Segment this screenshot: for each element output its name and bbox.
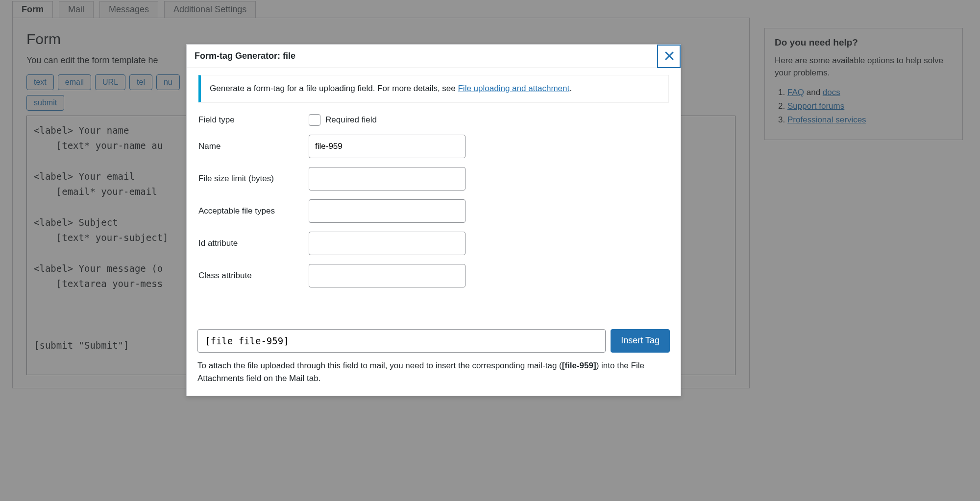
label-class-attr: Class attribute xyxy=(198,271,309,281)
label-id-attr: Id attribute xyxy=(198,239,309,248)
size-limit-input[interactable] xyxy=(309,167,466,191)
label-required-field: Required field xyxy=(325,115,377,125)
modal-close-button[interactable] xyxy=(657,45,681,68)
label-size-limit: File size limit (bytes) xyxy=(198,174,309,184)
generated-tag-output[interactable] xyxy=(197,329,606,353)
name-input[interactable] xyxy=(309,135,466,158)
modal-title: Form-tag Generator: file xyxy=(195,51,295,61)
insert-tag-button[interactable]: Insert Tag xyxy=(611,329,670,353)
footer-note: To attach the file uploaded through this… xyxy=(197,359,670,385)
form-tag-generator-modal: Form-tag Generator: file Generate a form… xyxy=(186,44,681,396)
close-icon xyxy=(665,51,674,60)
modal-info-box: Generate a form-tag for a file uploading… xyxy=(198,75,669,102)
file-types-input[interactable] xyxy=(309,199,466,223)
info-link-file-uploading[interactable]: File uploading and attachment xyxy=(458,84,569,93)
required-field-checkbox[interactable] xyxy=(309,114,320,126)
class-attribute-input[interactable] xyxy=(309,264,466,287)
mail-tag-code: [file-959] xyxy=(562,361,596,370)
label-field-type: Field type xyxy=(198,115,309,125)
label-name: Name xyxy=(198,142,309,151)
id-attribute-input[interactable] xyxy=(309,232,466,255)
label-file-types: Acceptable file types xyxy=(198,206,309,216)
